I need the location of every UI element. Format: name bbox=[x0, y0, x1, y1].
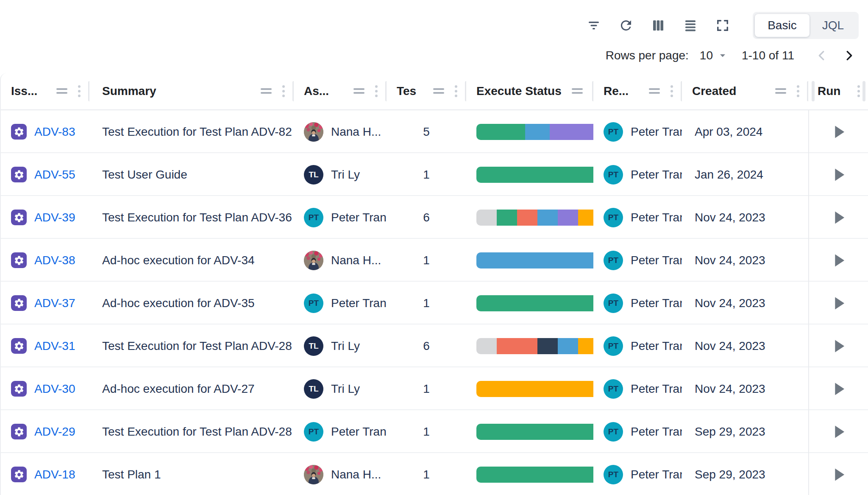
issue-key-link[interactable]: ADV-37 bbox=[34, 296, 75, 310]
execute-status-bar bbox=[476, 252, 593, 268]
issue-cell: ADV-39 bbox=[1, 210, 89, 225]
column-menu-icon[interactable] bbox=[670, 84, 673, 98]
summary-text: Test Execution for Test Plan ADV-82 bbox=[102, 125, 292, 138]
issue-key-link[interactable]: ADV-31 bbox=[34, 339, 75, 353]
run-play-button[interactable] bbox=[829, 379, 849, 399]
status-segment-orange bbox=[578, 210, 593, 226]
tests-count: 1 bbox=[423, 296, 430, 310]
issue-key-link[interactable]: ADV-18 bbox=[34, 468, 75, 481]
summary-cell: Test Plan 1 bbox=[89, 468, 294, 481]
assignee-avatar: PT bbox=[304, 422, 323, 442]
execute-status-cell bbox=[466, 295, 593, 311]
view-toggle-jql[interactable]: JQL bbox=[810, 14, 857, 37]
fullscreen-button[interactable] bbox=[714, 17, 732, 34]
next-page-button[interactable] bbox=[841, 48, 857, 64]
reporter-avatar: PT bbox=[604, 165, 623, 185]
execute-status-bar bbox=[476, 295, 593, 311]
created-cell: Nov 24, 2023 bbox=[682, 339, 808, 353]
summary-cell: Test Execution for Test Plan ADV-82 bbox=[89, 125, 294, 139]
assignee-cell: PT Peter Tran bbox=[294, 294, 387, 313]
photo-avatar-image bbox=[304, 465, 323, 484]
reporter-name: Peter Tran bbox=[631, 296, 682, 310]
filter-button[interactable] bbox=[585, 17, 603, 34]
column-drag-handle-icon[interactable] bbox=[433, 88, 444, 94]
run-play-button[interactable] bbox=[829, 250, 849, 271]
issue-key-link[interactable]: ADV-55 bbox=[34, 168, 75, 182]
column-menu-icon[interactable] bbox=[375, 84, 378, 98]
issue-key-link[interactable]: ADV-30 bbox=[34, 382, 75, 396]
play-icon bbox=[833, 467, 846, 482]
execute-status-cell bbox=[466, 381, 593, 397]
execute-status-cell bbox=[466, 167, 593, 183]
rows-per-page-select[interactable]: 10 bbox=[700, 49, 727, 62]
column-drag-handle-icon[interactable] bbox=[572, 88, 583, 94]
reporter-cell: PT Peter Tran bbox=[593, 465, 682, 484]
column-separator[interactable] bbox=[812, 81, 815, 101]
tests-cell: 1 bbox=[387, 168, 466, 182]
tests-cell: 1 bbox=[387, 425, 466, 439]
run-play-button[interactable] bbox=[829, 422, 849, 442]
column-drag-handle-icon[interactable] bbox=[56, 88, 67, 94]
summary-cell: Ad-hoc execution for ADV-27 bbox=[89, 382, 294, 396]
table-row: ADV-83 Test Execution for Test Plan ADV-… bbox=[1, 110, 868, 153]
status-segment-purple bbox=[558, 210, 578, 226]
status-segment-purple bbox=[550, 124, 593, 140]
column-drag-handle-icon[interactable] bbox=[649, 88, 660, 94]
tests-cell: 1 bbox=[387, 382, 466, 396]
column-menu-icon[interactable] bbox=[78, 84, 81, 98]
tests-cell: 5 bbox=[387, 125, 466, 139]
run-play-button[interactable] bbox=[829, 122, 849, 142]
issue-key-link[interactable]: ADV-39 bbox=[34, 211, 75, 224]
row-density-button[interactable] bbox=[682, 17, 699, 34]
execute-status-cell bbox=[466, 424, 593, 440]
assignee-cell: PT Peter Tran bbox=[294, 422, 387, 442]
reporter-avatar: PT bbox=[604, 122, 623, 142]
view-toggle-basic[interactable]: Basic bbox=[755, 14, 809, 37]
refresh-icon bbox=[618, 18, 634, 33]
run-play-button[interactable] bbox=[829, 464, 849, 485]
run-play-button[interactable] bbox=[829, 293, 849, 313]
summary-cell: Ad-hoc execution for ADV-35 bbox=[89, 296, 294, 310]
column-separator[interactable] bbox=[862, 81, 865, 101]
column-menu-icon[interactable] bbox=[454, 84, 458, 98]
assignee-name: Peter Tran bbox=[331, 296, 387, 310]
column-drag-handle-icon[interactable] bbox=[261, 88, 272, 94]
column-menu-icon[interactable] bbox=[282, 84, 285, 98]
previous-page-button[interactable] bbox=[814, 48, 830, 64]
column-menu-icon[interactable] bbox=[796, 84, 800, 98]
summary-text: Test User Guide bbox=[102, 168, 187, 181]
execute-status-cell bbox=[466, 467, 593, 483]
column-drag-handle-icon[interactable] bbox=[775, 88, 786, 94]
column-header-summary: Summary bbox=[89, 73, 294, 109]
reporter-cell: PT Peter Tran bbox=[593, 336, 682, 356]
column-label: Iss... bbox=[11, 84, 37, 98]
execute-status-cell bbox=[466, 252, 593, 268]
play-icon bbox=[833, 339, 846, 353]
run-play-button[interactable] bbox=[829, 165, 849, 185]
refresh-button[interactable] bbox=[617, 17, 635, 34]
table-row: ADV-18 Test Plan 1 Nana H... 1 PT Peter … bbox=[1, 453, 868, 495]
issue-key-link[interactable]: ADV-29 bbox=[34, 425, 75, 439]
reporter-name: Peter Tran bbox=[631, 254, 682, 267]
created-date: Apr 03, 2024 bbox=[695, 125, 762, 138]
reporter-cell: PT Peter Tran bbox=[593, 208, 682, 227]
execute-status-bar bbox=[476, 381, 593, 397]
tests-count: 1 bbox=[423, 468, 430, 481]
summary-cell: Test User Guide bbox=[89, 168, 294, 182]
play-icon bbox=[833, 125, 846, 139]
issue-key-link[interactable]: ADV-38 bbox=[34, 254, 75, 267]
run-play-button[interactable] bbox=[829, 336, 849, 356]
manage-columns-button[interactable] bbox=[649, 17, 667, 34]
column-menu-icon[interactable] bbox=[857, 84, 860, 98]
assignee-cell: Nana H... bbox=[294, 122, 387, 142]
summary-text: Ad-hoc execution for ADV-27 bbox=[102, 382, 255, 395]
reporter-name: Peter Tran bbox=[631, 168, 682, 182]
execute-status-bar bbox=[476, 424, 593, 440]
chevron-left-icon bbox=[815, 49, 828, 62]
run-play-button[interactable] bbox=[829, 207, 849, 228]
issue-key-link[interactable]: ADV-83 bbox=[34, 125, 75, 139]
table-toolbar: Basic JQL bbox=[585, 12, 859, 39]
run-cell bbox=[808, 410, 868, 453]
assignee-name: Peter Tran bbox=[331, 211, 387, 224]
column-drag-handle-icon[interactable] bbox=[353, 88, 364, 94]
